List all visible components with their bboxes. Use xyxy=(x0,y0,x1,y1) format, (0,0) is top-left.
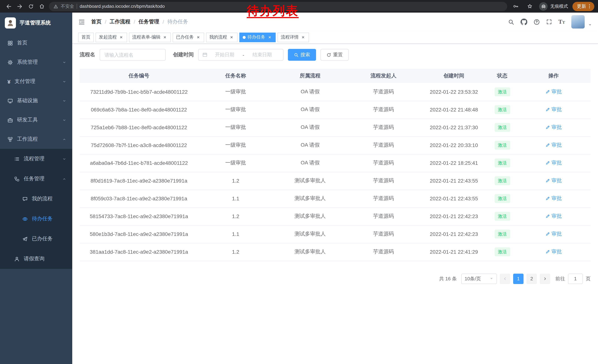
cell-process: OA 请假 xyxy=(273,83,347,101)
sidebar-item-process-management[interactable]: 流程管理 xyxy=(0,149,72,169)
sidebar-item-workflow[interactable]: 工作流程 xyxy=(0,129,72,149)
avatar[interactable] xyxy=(571,15,585,29)
chevron-down-icon xyxy=(62,80,66,83)
tab-my-process[interactable]: 我的流程× xyxy=(206,32,238,42)
font-size-icon[interactable]: TT xyxy=(558,19,565,25)
tab-label: 流程表单-编辑 xyxy=(132,34,160,40)
table-row: 73211d9d-7b9b-11ec-b5b7-acde48001122一级审批… xyxy=(80,83,590,101)
more-vert-icon[interactable] xyxy=(587,4,592,9)
status-badge: 激活 xyxy=(494,247,510,256)
sidebar-item-devtools[interactable]: 研发工具 xyxy=(0,110,72,129)
sidebar-item-leave-query[interactable]: 请假查询 xyxy=(0,249,72,269)
sidebar-item-home[interactable]: 首页 xyxy=(0,33,72,53)
cell-process: 测试多审批人 xyxy=(273,225,347,243)
search-icon[interactable] xyxy=(508,19,514,25)
caret-down-icon[interactable] xyxy=(588,23,592,27)
tab-home[interactable]: 首页 xyxy=(78,32,94,42)
sidebar-item-task-management[interactable]: 任务管理 xyxy=(0,169,72,189)
calendar-icon xyxy=(202,52,208,57)
search-button-label: 搜索 xyxy=(300,51,310,58)
sidebar-item-payment[interactable]: ¥支付管理 xyxy=(0,72,72,91)
approve-button[interactable]: 审批 xyxy=(545,124,562,131)
back-icon[interactable] xyxy=(4,1,13,11)
reload-icon[interactable] xyxy=(26,1,36,11)
tab-close-icon[interactable]: × xyxy=(267,35,272,40)
sidebar-item-infrastructure[interactable]: 基础设施 xyxy=(0,91,72,110)
goto-page-input[interactable] xyxy=(568,274,583,284)
page-size-select[interactable]: 10条/页 xyxy=(461,274,497,284)
cell-action: 审批 xyxy=(516,83,590,101)
column-header: 任务编号 xyxy=(80,69,198,83)
table-row: 069c6a63-7b8a-11ec-8ef0-acde48001122一级审批… xyxy=(80,101,590,119)
sidebar-item-label: 已办任务 xyxy=(32,235,53,242)
cell-task-name: 1.2 xyxy=(198,172,273,190)
approve-label: 审批 xyxy=(551,124,562,131)
tab-todo-tasks[interactable]: 待办任务× xyxy=(239,32,276,42)
cell-created-at: 2022-01-21 22:42:23 xyxy=(420,207,488,225)
tab-done-tasks[interactable]: 已办任务× xyxy=(173,32,204,42)
sidebar-item-system[interactable]: 系统管理 xyxy=(0,53,72,72)
fullscreen-icon[interactable] xyxy=(546,19,552,25)
date-range-picker[interactable]: 开始日期 - 结束日期 xyxy=(198,49,283,61)
tab-close-icon[interactable]: × xyxy=(196,35,201,40)
browser-actions: 无痕模式 更新 xyxy=(511,1,594,11)
star-icon[interactable] xyxy=(525,1,535,11)
tab-close-icon[interactable]: × xyxy=(162,35,167,40)
tab-close-icon[interactable]: × xyxy=(119,35,124,40)
github-icon[interactable] xyxy=(521,18,527,25)
next-page-button[interactable]: › xyxy=(540,274,550,284)
process-name-input[interactable] xyxy=(100,49,166,61)
application-window: 不安全 dashboard.yudao.iocoder.cn/bpm/task/… xyxy=(0,0,598,364)
forward-icon[interactable] xyxy=(15,1,25,11)
tab-form-edit[interactable]: 流程表单-编辑× xyxy=(129,32,171,42)
cell-task-id: 381aa1dd-7ac8-11ec-a9e2-a2380e71991a xyxy=(80,243,198,261)
create-time-label: 创建时间 xyxy=(173,51,194,58)
help-icon[interactable] xyxy=(533,19,540,25)
breadcrumb-item[interactable]: 工作流程 xyxy=(110,18,130,25)
approve-button[interactable]: 审批 xyxy=(545,231,562,237)
search-button[interactable]: 搜索 xyxy=(288,49,316,61)
cell-task-id: 8f0d1619-7ac8-11ec-a9e2-a2380e71991a xyxy=(80,172,198,190)
cell-status: 激活 xyxy=(488,243,516,261)
cell-initiator: 芋道源码 xyxy=(347,243,420,261)
chevron-down-icon xyxy=(62,118,66,122)
breadcrumb-separator: / xyxy=(163,19,164,25)
menu-fold-icon[interactable] xyxy=(78,18,85,25)
breadcrumb-item[interactable]: 任务管理 xyxy=(139,18,159,25)
tab-start-process[interactable]: 发起流程× xyxy=(96,32,127,42)
cell-process: 测试多审批人 xyxy=(273,190,347,207)
home-icon[interactable] xyxy=(37,1,47,11)
tab-process-detail[interactable]: 流程详情× xyxy=(277,32,309,42)
tab-label: 已办任务 xyxy=(176,34,194,40)
edit-icon xyxy=(545,125,550,130)
sidebar-item-done-tasks[interactable]: 已办任务 xyxy=(0,229,72,249)
sidebar-item-todo-tasks[interactable]: 待办任务 xyxy=(0,209,72,229)
approve-button[interactable]: 审批 xyxy=(545,106,562,113)
approve-button[interactable]: 审批 xyxy=(545,213,562,219)
app-logo[interactable]: 芋道管理系统 xyxy=(0,13,72,33)
approve-button[interactable]: 审批 xyxy=(545,177,562,184)
prev-page-button[interactable]: ‹ xyxy=(500,274,510,284)
approve-button[interactable]: 审批 xyxy=(545,160,562,166)
tab-close-icon[interactable]: × xyxy=(229,35,234,40)
page-button-1[interactable]: 1 xyxy=(513,274,523,284)
approve-button[interactable]: 审批 xyxy=(545,88,562,95)
tab-active-dot xyxy=(243,36,246,39)
cell-action: 审批 xyxy=(516,190,590,207)
breadcrumb-item[interactable]: 首页 xyxy=(91,18,101,25)
cell-initiator: 芋道源码 xyxy=(347,225,420,243)
key-icon[interactable] xyxy=(511,1,521,11)
breadcrumb-separator: / xyxy=(134,19,135,25)
approve-button[interactable]: 审批 xyxy=(545,142,562,148)
table-header-row: 任务编号任务名称所属流程流程发起人创建时间状态操作 xyxy=(80,69,590,83)
cell-process: OA 请假 xyxy=(273,119,347,136)
tab-close-icon[interactable]: × xyxy=(300,35,306,40)
table-row: 75d72608-7b7f-11ec-a3c8-acde48001122一级审批… xyxy=(80,136,590,154)
update-button[interactable]: 更新 xyxy=(573,2,594,11)
sidebar-item-my-process[interactable]: 我的流程 xyxy=(0,189,72,209)
cell-task-name: 一级审批 xyxy=(198,83,273,101)
page-button-2[interactable]: 2 xyxy=(526,274,537,284)
approve-button[interactable]: 审批 xyxy=(545,195,562,202)
reset-button[interactable]: 重置 xyxy=(321,49,349,61)
approve-button[interactable]: 审批 xyxy=(545,249,562,255)
